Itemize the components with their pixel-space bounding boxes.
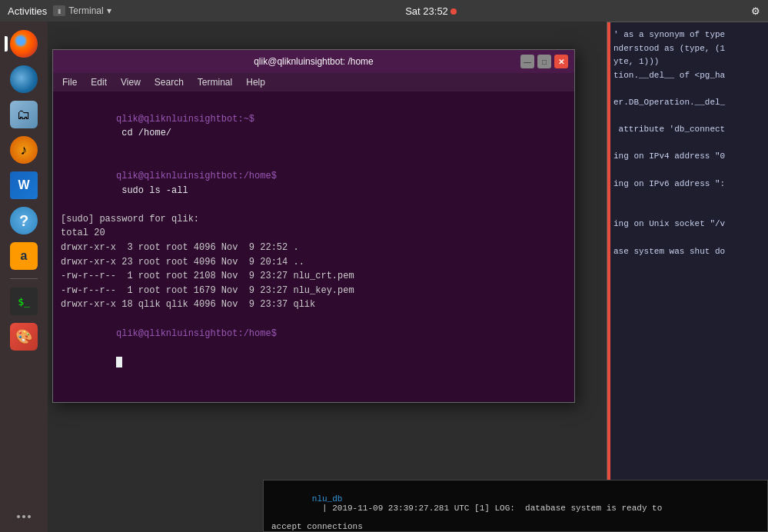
main-content: 🗂 ♪ W ? a $_ 🎨 ' — [0, 22, 768, 532]
db-name-label: nlu_db — [312, 494, 343, 504]
firefox-icon — [10, 30, 38, 58]
terminal-dropdown-arrow[interactable]: ▾ — [107, 5, 111, 16]
notepad-line-16 — [613, 231, 768, 245]
help-icon: ? — [10, 207, 38, 234]
apps-grid-icon — [10, 509, 38, 524]
notepad-line-4: tion.__del__ of <pg_ha — [613, 69, 768, 83]
menu-view[interactable]: View — [115, 75, 147, 89]
activities-button[interactable]: Activities — [8, 5, 47, 17]
term-cmd-1: cd /home/ — [116, 128, 171, 138]
term-line-7: -rw-r--r-- 1 root root 2108 Nov 9 23:27 … — [61, 269, 567, 284]
menu-search[interactable]: Search — [148, 75, 190, 89]
notepad-divider — [607, 22, 610, 528]
menu-file[interactable]: File — [56, 75, 83, 89]
clock-display: Sat 23:52 — [405, 5, 457, 17]
notepad-line-17: ase system was shut do — [613, 245, 768, 259]
sidebar-item-help[interactable]: ? — [8, 204, 40, 237]
term-line-1: qlik@qliknluinsightbot:~$ cd /home/ — [61, 98, 567, 155]
paint-icon: 🎨 — [10, 323, 38, 351]
menu-edit[interactable]: Edit — [85, 75, 113, 89]
music-icon: ♪ — [10, 136, 38, 164]
term-line-9: drwxr-xr-x 18 qlik qlik 4096 Nov 9 23:37… — [61, 298, 567, 312]
thunderbird-icon — [10, 65, 38, 93]
sidebar-item-paint[interactable]: 🎨 — [8, 321, 40, 353]
notepad-line-1: ' as a synonym of type — [613, 28, 768, 42]
terminal-app-icon: $_ — [10, 288, 38, 315]
term-cursor — [116, 357, 122, 367]
notepad-line-8: attribute 'db_connect — [613, 123, 768, 137]
term-prompt-3: qlik@qliknluinsightbot:/home$ — [116, 328, 277, 339]
bottom-term-line-1: nlu_db | 2019-11-09 23:39:27.281 UTC [1]… — [271, 485, 760, 522]
minimize-button[interactable]: — — [520, 55, 534, 68]
notepad-content: ' as a synonym of type nderstood as (typ… — [607, 22, 768, 528]
top-bar: Activities ▮ Terminal ▾ Sat 23:52 ⚙ — [0, 0, 768, 22]
close-button[interactable]: ✕ — [554, 55, 568, 68]
notepad-line-13 — [613, 191, 768, 204]
bottom-term-line-2: accept connections — [271, 522, 760, 531]
menu-terminal[interactable]: Terminal — [191, 75, 238, 89]
term-line-3: [sudo] password for qlik: — [61, 212, 567, 227]
menu-help[interactable]: Help — [240, 75, 271, 89]
terminal-indicator: ▮ Terminal ▾ — [53, 5, 111, 16]
notepad-line-11 — [613, 164, 768, 178]
notepad-line-14 — [613, 204, 768, 218]
term-prompt-1: qlik@qliknluinsightbot:~$ — [116, 114, 254, 125]
terminal-taskbar-label: Terminal — [68, 5, 103, 16]
sidebar-apps-button[interactable] — [10, 509, 38, 524]
notepad-line-6: er.DB_Operation.__del_ — [613, 96, 768, 110]
db-log-text-1: | 2019-11-09 23:39:27.281 UTC [1] LOG: d… — [312, 504, 662, 513]
terminal-taskbar-icon: ▮ — [53, 5, 65, 16]
files-icon: 🗂 — [10, 101, 38, 128]
sidebar-item-thunderbird[interactable] — [8, 63, 40, 95]
term-line-10: qlik@qliknluinsightbot:/home$ — [61, 312, 567, 384]
term-line-6: drwxr-xr-x 23 root root 4096 Nov 9 20:14… — [61, 255, 567, 270]
sidebar-divider — [10, 278, 38, 279]
term-line-2: qlik@qliknluinsightbot:/home$ sudo ls -a… — [61, 155, 567, 211]
clock-text: Sat 23:52 — [405, 5, 448, 17]
term-cmd-2: sudo ls -all — [116, 185, 188, 196]
libreoffice-icon: W — [10, 171, 38, 199]
notepad-line-10: ing on IPv4 address "0 — [613, 150, 768, 164]
notepad-window[interactable]: ' as a synonym of type nderstood as (typ… — [607, 22, 768, 529]
terminal-menubar: File Edit View Search Terminal Help — [53, 73, 574, 91]
term-line-8: -rw-r--r-- 1 root root 1679 Nov 9 23:27 … — [61, 284, 567, 298]
notepad-line-9 — [613, 137, 768, 151]
notification-dot — [450, 8, 457, 15]
terminal-titlebar: qlik@qliknluinsightbot: /home — □ ✕ — [53, 50, 574, 73]
desktop: ' as a synonym of type nderstood as (typ… — [48, 22, 768, 532]
sidebar: 🗂 ♪ W ? a $_ 🎨 — [0, 22, 48, 532]
sidebar-item-firefox[interactable] — [8, 28, 40, 60]
top-bar-right: ⚙ — [751, 5, 760, 17]
sidebar-item-files[interactable]: 🗂 — [8, 98, 40, 131]
sidebar-item-libreoffice[interactable]: W — [8, 169, 40, 201]
terminal-window-controls: — □ ✕ — [520, 55, 568, 68]
sidebar-item-amazon[interactable]: a — [8, 240, 40, 272]
bottom-terminal[interactable]: nlu_db | 2019-11-09 23:39:27.281 UTC [1]… — [263, 480, 768, 532]
terminal-body[interactable]: qlik@qliknluinsightbot:~$ cd /home/ qlik… — [53, 91, 574, 402]
notepad-line-7 — [613, 110, 768, 124]
term-line-4: total 20 — [61, 226, 567, 241]
notepad-line-3: yte, 1))) — [613, 55, 768, 69]
term-line-5: drwxr-xr-x 3 root root 4096 Nov 9 22:52 … — [61, 241, 567, 255]
terminal-window[interactable]: qlik@qliknluinsightbot: /home — □ ✕ File… — [52, 49, 575, 403]
notepad-line-5 — [613, 82, 768, 96]
terminal-title: qlik@qliknluinsightbot: /home — [254, 56, 374, 67]
notepad-line-2: nderstood as (type, (1 — [613, 42, 768, 56]
sidebar-item-music[interactable]: ♪ — [8, 134, 40, 166]
term-prompt-2: qlik@qliknluinsightbot:/home$ — [116, 171, 277, 181]
notepad-line-12: ing on IPv6 address ": — [613, 178, 768, 191]
maximize-button[interactable]: □ — [537, 55, 551, 68]
system-tray: ⚙ — [751, 5, 760, 17]
top-bar-left: Activities ▮ Terminal ▾ — [8, 5, 111, 17]
sidebar-item-terminal[interactable]: $_ — [8, 285, 40, 318]
amazon-icon: a — [10, 242, 38, 270]
notepad-line-15: ing on Unix socket "/v — [613, 218, 768, 231]
term-cmd-3 — [116, 342, 121, 353]
